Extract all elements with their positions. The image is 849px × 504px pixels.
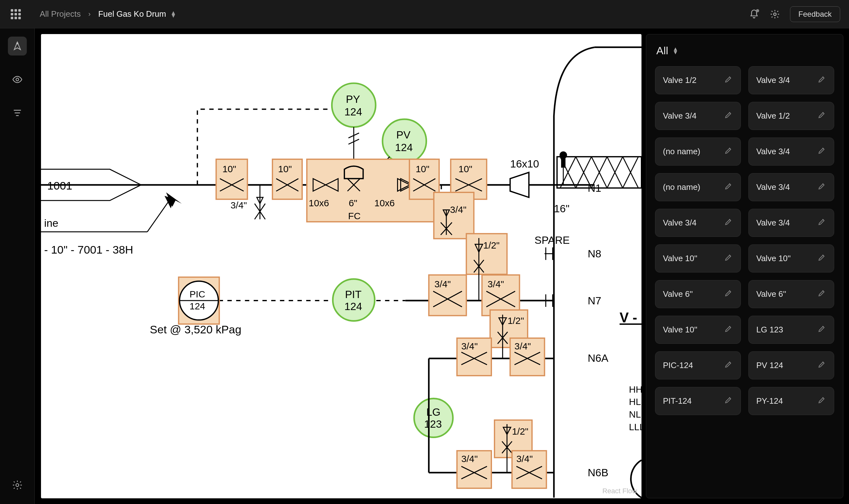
component-card[interactable]: Valve 3/4 bbox=[748, 66, 834, 94]
component-card[interactable]: Valve 10'' bbox=[655, 316, 741, 344]
component-card[interactable]: (no name) bbox=[655, 173, 741, 201]
edit-icon[interactable] bbox=[817, 360, 826, 371]
breadcrumb-root[interactable]: All Projects bbox=[40, 9, 81, 19]
component-card[interactable]: Valve 6'' bbox=[655, 280, 741, 308]
svg-text:PIC: PIC bbox=[189, 289, 205, 299]
right-panel: All ▲▼ Valve 1/2Valve 3/4Valve 3/4Valve … bbox=[646, 34, 843, 498]
edit-icon[interactable] bbox=[817, 253, 826, 264]
edit-icon[interactable] bbox=[817, 110, 826, 122]
component-card[interactable]: Valve 3/4 bbox=[748, 138, 834, 166]
component-name: Valve 10'' bbox=[756, 254, 791, 263]
app-switcher-icon[interactable] bbox=[11, 9, 21, 19]
instrument-lg[interactable]: LG 123 bbox=[414, 398, 453, 437]
edit-icon[interactable] bbox=[724, 182, 733, 193]
valve-10-b[interactable]: 10" bbox=[272, 159, 302, 199]
set-pressure-label: Set @ 3,520 kPag bbox=[150, 323, 241, 336]
instrument-py[interactable]: PY 124 bbox=[332, 83, 376, 127]
edit-icon[interactable] bbox=[817, 75, 826, 86]
valve-34-n6b-left[interactable]: 3/4" bbox=[457, 451, 491, 488]
edit-icon[interactable] bbox=[817, 324, 826, 335]
valve-34-n7-left[interactable]: 3/4" bbox=[429, 275, 467, 316]
edit-icon[interactable] bbox=[724, 360, 733, 371]
instrument-pv[interactable]: PV 124 bbox=[382, 119, 427, 163]
component-card[interactable]: Valve 3/4 bbox=[655, 209, 741, 237]
edit-icon[interactable] bbox=[817, 182, 826, 193]
svg-text:1/2": 1/2" bbox=[483, 240, 500, 250]
filter-dropdown[interactable]: All ▲▼ bbox=[656, 44, 834, 57]
component-card[interactable]: Valve 10'' bbox=[748, 245, 834, 272]
component-card[interactable]: PY-124 bbox=[748, 387, 834, 415]
component-name: Valve 3/4 bbox=[756, 147, 790, 157]
valve-34-n6a-right[interactable]: 3/4" bbox=[510, 338, 545, 376]
instrument-pic[interactable]: PIC 124 bbox=[179, 277, 219, 324]
component-card[interactable]: PIC-124 bbox=[655, 352, 741, 379]
component-name: Valve 3/4 bbox=[663, 111, 697, 121]
svg-marker-48 bbox=[510, 173, 529, 197]
edit-icon[interactable] bbox=[724, 75, 733, 86]
nozzle-n7: N7 bbox=[588, 294, 601, 307]
svg-text:3/4": 3/4" bbox=[462, 453, 478, 464]
component-card[interactable]: Valve 6'' bbox=[748, 280, 834, 308]
component-card[interactable]: PIT-124 bbox=[655, 387, 741, 415]
diagram-canvas[interactable]: 1001 ine - 10" - 7001 - 38H PY bbox=[41, 34, 642, 498]
svg-text:10": 10" bbox=[222, 164, 236, 175]
component-card[interactable]: Valve 10'' bbox=[655, 245, 741, 272]
svg-point-0 bbox=[774, 13, 776, 16]
svg-text:124: 124 bbox=[395, 141, 413, 153]
component-card[interactable]: (no name) bbox=[655, 138, 741, 166]
component-card[interactable]: Valve 1/2 bbox=[748, 102, 834, 130]
edit-icon[interactable] bbox=[817, 289, 826, 300]
svg-text:123: 123 bbox=[424, 418, 442, 430]
component-card[interactable]: LG 123 bbox=[748, 316, 834, 344]
component-name: LG 123 bbox=[756, 325, 783, 335]
component-name: Valve 1/2 bbox=[663, 75, 697, 85]
tool-compass[interactable] bbox=[8, 37, 27, 55]
edit-icon[interactable] bbox=[724, 289, 733, 300]
component-card[interactable]: PV 124 bbox=[748, 352, 834, 379]
settings-icon[interactable] bbox=[769, 8, 780, 20]
project-switch-icon[interactable]: ▲▼ bbox=[170, 11, 176, 17]
edit-icon[interactable] bbox=[724, 146, 733, 157]
feedback-button[interactable]: Feedback bbox=[790, 6, 840, 22]
edit-icon[interactable] bbox=[817, 217, 826, 228]
tool-visibility[interactable] bbox=[8, 70, 27, 89]
svg-text:PIT: PIT bbox=[345, 288, 361, 300]
edit-icon[interactable] bbox=[724, 253, 733, 264]
component-name: Valve 3/4 bbox=[756, 75, 790, 85]
edit-icon[interactable] bbox=[724, 110, 733, 122]
svg-line-7 bbox=[147, 201, 169, 232]
pipe-id-label: 1001 bbox=[47, 179, 72, 192]
tool-list[interactable] bbox=[8, 104, 27, 122]
edit-icon[interactable] bbox=[724, 324, 733, 335]
level-lll: LLL=305 bbox=[629, 422, 642, 432]
component-name: (no name) bbox=[663, 147, 701, 157]
list-filter-icon bbox=[12, 108, 23, 118]
nozzle-n8: N8 bbox=[588, 248, 601, 259]
component-card[interactable]: Valve 3/4 bbox=[748, 209, 834, 237]
edit-icon[interactable] bbox=[724, 396, 733, 407]
instrument-pit[interactable]: PIT 124 bbox=[333, 279, 375, 321]
edit-icon[interactable] bbox=[724, 217, 733, 228]
svg-text:10": 10" bbox=[416, 164, 430, 175]
component-name: Valve 10'' bbox=[663, 325, 697, 335]
notifications-icon[interactable] bbox=[748, 8, 760, 20]
svg-text:1/2": 1/2" bbox=[508, 316, 524, 326]
edit-icon[interactable] bbox=[817, 396, 826, 407]
component-name: Valve 3/4 bbox=[663, 218, 697, 228]
canvas-area: 1001 ine - 10" - 7001 - 38H PY bbox=[35, 29, 642, 504]
project-title[interactable]: Fuel Gas Ko Drum bbox=[98, 9, 166, 19]
component-name: Valve 6'' bbox=[663, 289, 693, 299]
valve-10-a[interactable]: 10" bbox=[216, 159, 247, 199]
component-card[interactable]: Valve 3/4 bbox=[748, 173, 834, 201]
edit-icon[interactable] bbox=[817, 146, 826, 157]
valve-34-bypass-b[interactable]: 3/4" bbox=[434, 192, 474, 239]
gear-icon bbox=[12, 480, 23, 490]
component-card[interactable]: Valve 1/2 bbox=[655, 66, 741, 94]
svg-text:3/4": 3/4" bbox=[462, 341, 478, 352]
valve-34-n6b-right[interactable]: 3/4" bbox=[512, 451, 546, 488]
tool-settings[interactable] bbox=[8, 475, 27, 494]
valve-34-n6a-left[interactable]: 3/4" bbox=[457, 338, 491, 376]
component-name: Valve 3/4 bbox=[756, 182, 790, 192]
component-card[interactable]: Valve 3/4 bbox=[655, 102, 741, 130]
svg-point-3 bbox=[16, 484, 19, 486]
